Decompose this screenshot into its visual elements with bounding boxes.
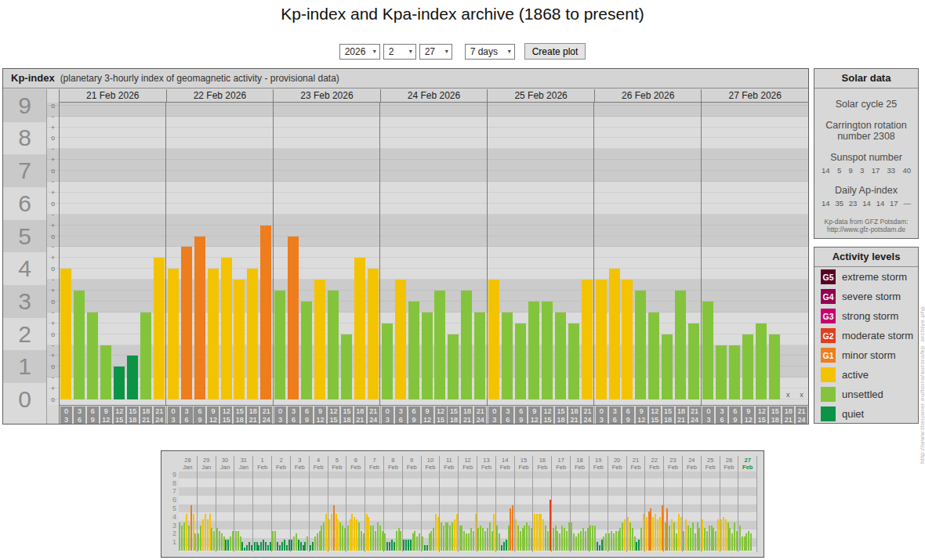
kp-slot — [126, 103, 140, 405]
hour-label: 1215 — [435, 406, 447, 424]
chevron-down-icon: ▾ — [373, 48, 376, 55]
axis-number: 2 — [3, 321, 46, 348]
overview-day-column: 17Feb — [551, 456, 570, 552]
activity-level-label: unsettled — [842, 388, 883, 400]
overview-day-column: 7Feb — [365, 456, 383, 552]
overview-day-label: 11Feb — [440, 456, 458, 471]
axis-subtick: + — [47, 385, 59, 392]
axis-subtick: - — [47, 341, 59, 349]
month-select[interactable]: 2 ▾ — [383, 44, 416, 60]
overview-day-column: 6Feb — [346, 456, 365, 552]
kp-bar — [648, 313, 659, 399]
axis-number: 7 — [3, 157, 46, 184]
year-select[interactable]: 2026 ▾ — [339, 44, 380, 60]
ap-value: 35 — [835, 199, 843, 208]
overview-axis-number: 3 — [172, 522, 176, 529]
overview-axis-number: 7 — [172, 487, 176, 495]
activity-level-label: moderate storm — [842, 330, 913, 341]
overview-kp-bar — [251, 545, 252, 551]
overview-day-column: 1Feb — [252, 456, 271, 552]
day-select[interactable]: 27 ▾ — [419, 44, 452, 60]
overview-day-label: 8Feb — [384, 456, 402, 471]
overview-day-column: 3Feb — [290, 456, 309, 552]
hour-label: 912 — [422, 406, 433, 424]
hour-label: 69 — [194, 406, 205, 424]
activity-color-swatch: G4 — [821, 289, 836, 304]
hour-label: 2124 — [689, 406, 701, 424]
kp-bar — [702, 302, 713, 399]
axis-subtick: - — [47, 211, 59, 219]
activity-level-label: quiet — [842, 408, 864, 420]
hour-label: 69 — [622, 406, 634, 424]
kp-slot — [140, 103, 153, 405]
chevron-down-icon: ▾ — [409, 48, 412, 55]
activity-color-swatch: G3 — [821, 309, 836, 323]
kp-bar — [662, 334, 673, 399]
hour-label: 03 — [596, 406, 608, 424]
overview-day-label: 5Feb — [328, 456, 346, 471]
kp-slot — [73, 103, 86, 405]
kp-bar — [716, 345, 727, 400]
kp-bar — [542, 302, 553, 399]
day-group — [60, 103, 166, 405]
range-select[interactable]: 7 days ▾ — [465, 44, 515, 60]
overview-day-column: 18Feb — [570, 456, 589, 552]
overview-day-column: 12Feb — [458, 456, 477, 552]
overview-day-column: 30Jan — [216, 456, 234, 552]
overview-day-label: 21Feb — [627, 456, 645, 471]
activity-level-label: minor storm — [842, 349, 896, 361]
overview-day-column: 31Jan — [234, 456, 252, 552]
overview-day-column: 26Feb — [720, 456, 738, 552]
kp-slot — [206, 103, 219, 405]
hour-label: 1518 — [127, 406, 139, 424]
overview-day-label: 10Feb — [422, 456, 440, 471]
hour-label: 1215 — [220, 406, 232, 424]
kp-overview-chart-panel: 987654321 28Jan29Jan30Jan31Jan1Feb2Feb3F… — [161, 450, 764, 558]
hour-label: 03 — [274, 406, 286, 424]
overview-day-label: 18Feb — [571, 456, 589, 471]
y-axis-numbers: 9876543210 — [3, 89, 46, 424]
axis-subtick: - — [47, 309, 59, 316]
kp-slot: x — [795, 103, 808, 405]
hour-label: 1215 — [328, 406, 339, 424]
hour-label: 36 — [716, 406, 727, 424]
overview-day-column: 29Jan — [197, 456, 216, 552]
axis-subtick: + — [47, 222, 59, 229]
hour-label: 1215 — [114, 406, 125, 424]
kp-bar — [382, 323, 393, 399]
axis-subtick: o — [47, 265, 59, 273]
kp-slot — [420, 103, 433, 405]
hour-label: 1518 — [341, 406, 353, 424]
hour-label: 2124 — [582, 406, 593, 424]
overview-kp-bar — [531, 528, 532, 551]
overview-day-label: 23Feb — [664, 456, 682, 471]
kp-bar — [461, 291, 472, 399]
overview-day-label: 16Feb — [533, 456, 551, 471]
axis-subtick: + — [47, 287, 59, 294]
hour-label: 2124 — [796, 406, 807, 424]
create-plot-button[interactable]: Create plot — [524, 43, 586, 60]
kp-slot — [219, 103, 233, 405]
kp-bar — [422, 313, 433, 399]
axis-subtick: o — [47, 103, 59, 110]
overview-day-label: 26Feb — [720, 456, 738, 471]
chart-title: Kp-index — [11, 72, 55, 84]
overview-kp-bar — [344, 528, 346, 551]
kp-bar — [729, 345, 740, 400]
kp-slot — [580, 103, 593, 405]
daily-ap-title: Daily Ap-index — [814, 185, 918, 196]
date-header-cell: 24 Feb 2026 — [381, 89, 488, 102]
kp-bar — [434, 291, 445, 399]
hour-label: 1518 — [769, 406, 781, 424]
overview-day-column: 15Feb — [514, 456, 533, 552]
kp-bar — [515, 323, 526, 399]
activity-level-label: strong storm — [842, 310, 898, 322]
kp-slot — [193, 103, 206, 405]
kp-slot — [553, 103, 567, 405]
axis-number: 1 — [3, 353, 46, 380]
solar-data-panel: Solar data Solar cycle 25 Carrington rot… — [814, 68, 919, 239]
axis-subtick: + — [47, 320, 59, 327]
overview-day-label: 28Jan — [179, 456, 197, 471]
kp-slot — [180, 103, 193, 405]
axis-subtick: + — [47, 156, 59, 164]
